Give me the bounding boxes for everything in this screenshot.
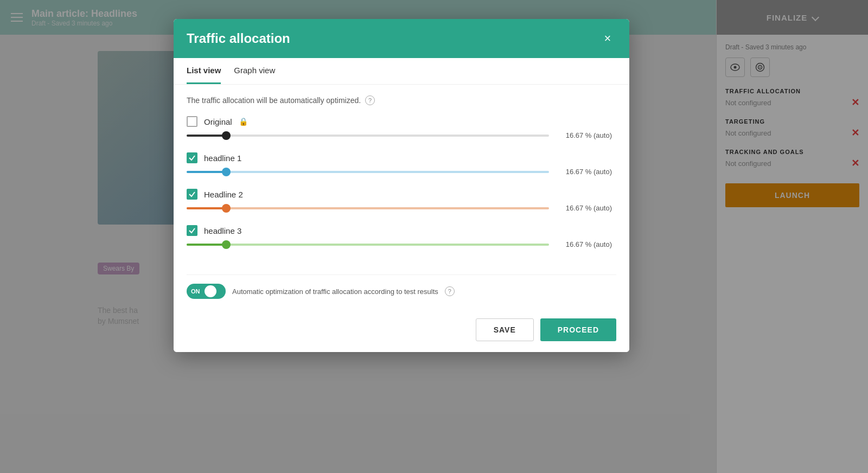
checkmark-icon	[188, 190, 196, 198]
lock-icon: 🔒	[239, 117, 248, 126]
toggle-description: Automatic optimization of traffic alloca…	[232, 287, 438, 296]
variant-row-headline2: Headline 2 16.67 % (auto)	[187, 189, 612, 212]
checkmark-icon	[188, 227, 196, 234]
modal-footer: SAVE PROCEED	[174, 310, 629, 352]
proceed-button[interactable]: PROCEED	[540, 318, 616, 341]
variant-checkbox-original[interactable]	[187, 116, 197, 127]
tab-list-view[interactable]: List view	[187, 58, 221, 84]
auto-optimize-help-icon[interactable]: ?	[365, 95, 375, 105]
variant-header-headline2: Headline 2	[187, 189, 612, 200]
slider-row-original: 16.67 % (auto)	[187, 131, 612, 139]
toggle-on-label: ON	[189, 288, 202, 295]
checkmark-icon	[188, 154, 196, 162]
slider-fill-original	[187, 135, 226, 137]
slider-fill-headline2	[187, 207, 226, 209]
traffic-allocation-modal: Traffic allocation × List view Graph vie…	[174, 19, 629, 352]
save-button[interactable]: SAVE	[476, 318, 534, 341]
slider-thumb-original[interactable]	[222, 131, 231, 140]
auto-optimize-toggle-row: ON Automatic optimization of traffic all…	[187, 274, 616, 299]
variant-header-original: Original 🔒	[187, 116, 612, 127]
slider-value-headline1: 16.67 % (auto)	[558, 168, 612, 176]
slider-thumb-headline2[interactable]	[222, 204, 231, 213]
variant-checkbox-headline1[interactable]	[187, 152, 197, 163]
slider-thumb-headline1[interactable]	[222, 168, 231, 176]
toggle-help-icon[interactable]: ?	[445, 286, 455, 296]
tab-graph-view[interactable]: Graph view	[234, 58, 275, 84]
toggle-circle	[205, 285, 216, 297]
auto-optimize-notice: The traffic allocation will be automatic…	[187, 95, 616, 105]
slider-value-headline3: 16.67 % (auto)	[558, 240, 612, 248]
slider-fill-headline1	[187, 171, 226, 173]
modal-header: Traffic allocation ×	[174, 19, 629, 58]
slider-row-headline1: 16.67 % (auto)	[187, 168, 612, 176]
variant-checkbox-headline3[interactable]	[187, 225, 197, 236]
slider-track-headline2	[187, 207, 549, 209]
slider-track-headline1	[187, 171, 549, 173]
variant-name-headline3: headline 3	[204, 226, 241, 235]
slider-row-headline2: 16.67 % (auto)	[187, 204, 612, 212]
variant-header-headline1: headline 1	[187, 152, 612, 163]
auto-optimize-text: The traffic allocation will be automatic…	[187, 96, 361, 105]
slider-thumb-headline3[interactable]	[222, 240, 231, 249]
variant-name-original: Original	[204, 117, 232, 126]
slider-track-original	[187, 135, 549, 137]
slider-track-headline3	[187, 244, 549, 246]
modal-tabs: List view Graph view	[174, 58, 629, 85]
slider-fill-headline3	[187, 244, 226, 246]
variant-row-headline3: headline 3 16.67 % (auto)	[187, 225, 612, 248]
variant-name-headline2: Headline 2	[204, 190, 243, 199]
modal-close-button[interactable]: ×	[599, 30, 616, 47]
variant-row-headline1: headline 1 16.67 % (auto)	[187, 152, 612, 176]
slider-value-headline2: 16.67 % (auto)	[558, 204, 612, 212]
variant-checkbox-headline2[interactable]	[187, 189, 197, 200]
modal-body: The traffic allocation will be automatic…	[174, 85, 629, 310]
auto-optimize-toggle[interactable]: ON	[187, 284, 226, 299]
slider-value-original: 16.67 % (auto)	[558, 131, 612, 139]
variant-name-headline1: headline 1	[204, 154, 241, 163]
slider-section: Original 🔒 16.67 % (auto)	[187, 116, 616, 261]
slider-row-headline3: 16.67 % (auto)	[187, 240, 612, 248]
variant-header-headline3: headline 3	[187, 225, 612, 236]
modal-title: Traffic allocation	[187, 31, 290, 46]
variant-row-original: Original 🔒 16.67 % (auto)	[187, 116, 612, 139]
